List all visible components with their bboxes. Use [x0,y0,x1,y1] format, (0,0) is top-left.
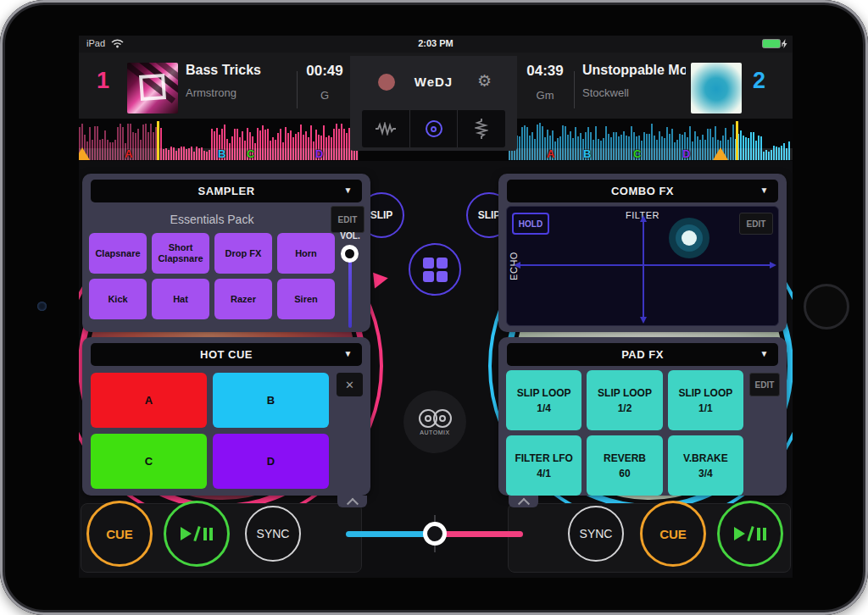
dropdown-arrow-icon: ▼ [344,186,353,195]
deck1-album-art[interactable] [127,63,178,114]
automix-label: AUTOMIX [420,429,449,435]
sampler-pad-short-clapsnare[interactable]: Short Clapsnare [152,233,209,274]
left-panel-collapse-tab[interactable] [337,496,367,507]
cue-marker-b[interactable]: B [218,147,225,160]
sampler-header[interactable]: SAMPLER ▼ [91,180,362,202]
waveform-bar [92,140,93,160]
padfx-edit-button[interactable]: EDIT [749,373,780,396]
waveform-bar [534,139,536,160]
waveform-bar [648,134,650,160]
waveform-bar [707,129,709,160]
fx-mode-tabs [362,110,505,147]
fx-tab-waveform[interactable] [362,110,409,147]
deck2-track-info[interactable]: Unstoppable Mo Stockwell [582,63,686,99]
waveform-bar [163,149,164,160]
deck1-elapsed: 00:49 [297,63,353,80]
combofx-touch-core [682,230,697,246]
loop-in-marker[interactable] [79,147,90,160]
deck2-cue-button[interactable]: CUE [640,501,706,567]
cue-marker-d[interactable]: D [682,147,690,160]
padfx-header[interactable]: PAD FX ▼ [507,343,778,366]
crossfader-knob[interactable] [423,522,447,546]
hotcue-pad-c[interactable]: C [91,434,207,489]
sampler-pad-clapsnare[interactable]: Clapsnare [89,233,147,274]
waveform-bar [331,137,332,160]
hotcue-pad-b[interactable]: B [213,373,329,428]
padfx-pad-reverb[interactable]: REVERB60 [587,435,662,496]
hotcue-header[interactable]: HOT CUE ▼ [91,343,362,366]
right-panel-collapse-tab[interactable] [509,496,538,507]
waveform-bar [277,133,279,160]
padfx-pad-filter-lfo[interactable]: FILTER LFO4/1 [506,435,581,496]
waveform-bar [679,134,681,160]
cue-marker-d[interactable]: D [315,147,323,160]
wedj-center-panel: WeDJ ⚙ [350,56,517,151]
performance-pads-button[interactable] [409,243,461,296]
waveform-bar [676,140,678,160]
cue-marker-b[interactable]: B [583,147,591,160]
deck1-track-info[interactable]: Bass Tricks Armstrong [186,63,294,99]
hotcue-close-button[interactable]: ✕ [337,373,363,396]
deck1-play-pause-button[interactable] [164,501,230,567]
padfx-pad-v-brake[interactable]: V.BRAKE3/4 [668,435,743,496]
sampler-panel: SAMPLER ▼ Essentials Pack EDIT Clapsnare… [82,174,370,332]
fx-tab-echo[interactable] [457,110,505,147]
waveform-bar [615,132,617,160]
dropdown-arrow-icon: ▼ [760,186,769,195]
combofx-header[interactable]: COMBO FX ▼ [507,180,778,202]
home-button[interactable] [804,284,849,330]
waveform-bar [783,143,785,160]
cue-marker-c[interactable]: C [247,147,254,160]
deck1-sync-button[interactable]: SYNC [245,506,301,562]
padfx-pad-slip-loop[interactable]: SLIP LOOP1/4 [506,370,581,430]
sampler-pack-name[interactable]: Essentials Pack [91,213,333,226]
sampler-pad-razer[interactable]: Razer [214,279,272,319]
cue-marker-c[interactable]: C [633,147,641,160]
deck1-cue-button[interactable]: CUE [86,501,153,567]
cue-marker-a[interactable]: A [125,147,132,160]
waveform-bar [310,125,312,160]
gear-icon[interactable]: ⚙ [477,71,492,91]
hotcue-pad-a[interactable]: A [91,373,207,428]
sampler-pad-drop-fx[interactable]: Drop FX [214,233,272,274]
waveform-bar [153,132,154,160]
combofx-touch-point[interactable] [669,218,709,258]
padfx-pad-slip-loop[interactable]: SLIP LOOP1/2 [587,370,662,430]
hotcue-panel: HOT CUE ▼ ABCD ✕ [82,337,370,496]
waveform-bar [631,126,632,160]
waveform-bar [272,137,274,160]
deck2-play-pause-button[interactable] [717,501,783,567]
combofx-xy-pad[interactable]: FILTER ECHO HOLD EDIT [506,206,779,326]
deck2-sync-button[interactable]: SYNC [568,506,624,562]
fx-tab-disc[interactable] [409,110,458,147]
sampler-pad-hat[interactable]: Hat [152,279,209,319]
waveform-bar [203,151,205,160]
waveform-bar [786,148,787,160]
hotcue-pad-d[interactable]: D [213,434,329,489]
waveform-bar [270,141,271,160]
waveform-bar [666,127,668,160]
deck2-album-art[interactable] [691,63,742,114]
waveform-bar [201,147,203,160]
sampler-pad-horn[interactable]: Horn [277,233,335,274]
waveform-bar [544,137,546,160]
waveform-bar [333,129,335,160]
cue-marker-a[interactable]: A [547,147,554,160]
sampler-volume-knob[interactable] [341,245,359,263]
waveform-bar [160,128,162,160]
automix-button[interactable]: AUTOMIX [403,391,466,453]
waveform-bar [99,140,101,160]
deck1-time-block: 00:49 G [297,63,353,102]
padfx-pad-slip-loop[interactable]: SLIP LOOP1/1 [668,370,743,430]
combofx-hold-button[interactable]: HOLD [512,213,549,235]
deck2-waveform[interactable]: ABCD [509,121,793,160]
sampler-pad-kick[interactable]: Kick [89,279,147,319]
waveform-bar [181,147,182,160]
loop-in-marker[interactable] [713,147,728,160]
sampler-edit-button[interactable]: EDIT [331,206,364,233]
combofx-edit-button[interactable]: EDIT [739,213,773,235]
sampler-pad-siren[interactable]: Siren [277,279,335,319]
deck1-key: G [297,89,353,102]
waveform-bar [788,141,790,160]
deck1-waveform[interactable]: ABCD [79,121,359,160]
